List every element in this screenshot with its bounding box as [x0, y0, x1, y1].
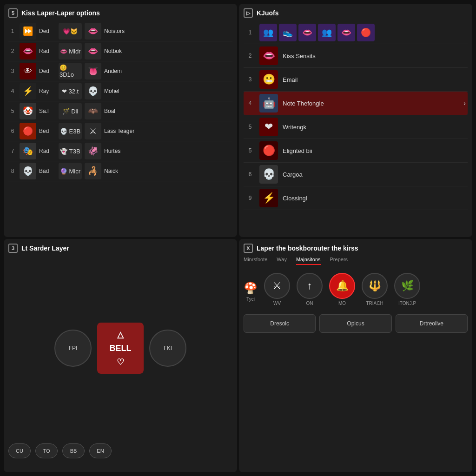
top-icon[interactable]: 👥: [259, 24, 277, 41]
top-icon[interactable]: 👄: [337, 24, 355, 41]
row-preview-icon: 🪄 Dii: [59, 103, 82, 119]
row-label: Ray: [39, 88, 56, 94]
right-list-item[interactable]: 3 😬 Email: [244, 68, 468, 92]
bottom-right-icon: X: [244, 244, 253, 253]
bottom-left-title: Lt Sarder Layer: [21, 245, 69, 252]
top-left-icon: 5: [8, 8, 18, 18]
bl-small-button[interactable]: BB: [62, 443, 85, 458]
top-icon[interactable]: 👥: [318, 24, 336, 41]
bell-button[interactable]: △ BELL ♡: [97, 323, 144, 374]
row-preview-icon: 💗🐱: [59, 23, 82, 40]
row-secondary-icon: 🦑: [85, 143, 101, 159]
row-name-label: Naick: [104, 168, 232, 174]
bl-small-button[interactable]: CU: [8, 443, 31, 458]
br-icon-label: WV: [273, 301, 281, 306]
br-icon-col: 🔱 TRIACH: [362, 273, 388, 306]
list-item[interactable]: 3 👁 Ded 😊 3D1o 👅 Andem: [8, 61, 232, 81]
row-label: Ded: [39, 28, 56, 34]
row-name-label: Boal: [104, 108, 232, 114]
br-bottom-button[interactable]: Drtreolive: [396, 314, 468, 333]
row-number: 8: [8, 168, 17, 174]
chevron-right-icon: ›: [463, 99, 466, 107]
br-bottom-button[interactable]: Opicus: [319, 314, 391, 333]
bl-small-button[interactable]: EN: [89, 443, 112, 458]
right-row-label: Note Thefongle: [283, 100, 459, 107]
right-row-number: 3: [245, 76, 255, 83]
br-icon-button[interactable]: ↑: [297, 273, 323, 299]
right-list-item[interactable]: 1 👥👟👄👥👄🔴: [244, 21, 468, 44]
row-label: Bed: [39, 128, 56, 134]
right-row-icon: 💀: [259, 165, 278, 184]
br-tab[interactable]: Way: [277, 257, 287, 265]
right-list-item[interactable]: 6 💀 Cargoa: [244, 163, 468, 186]
right-row-number: 6: [245, 171, 255, 178]
right-row-label: Cargoa: [283, 171, 466, 178]
br-tab[interactable]: Majnsitons: [296, 257, 321, 265]
top-icon[interactable]: 🔴: [357, 24, 375, 41]
bl-main-area: FPI △ BELL ♡ ΓΚΙ: [8, 257, 232, 440]
list-item[interactable]: 6 🔴 Bed 💀 E3B ⚔ Lass Teager: [8, 121, 232, 141]
top-left-list: 1 ⏩ Ded 💗🐱 👄 Noistors 2 👄 Rad 👄 Mldr 👄 N…: [8, 21, 232, 181]
row-number: 7: [8, 148, 17, 154]
row-avatar-icon: 💀: [20, 163, 36, 179]
row-number: 1: [8, 28, 17, 34]
list-item[interactable]: 2 👄 Rad 👄 Mldr 👄 Notbok: [8, 41, 232, 61]
right-row-icon: ⚡: [259, 189, 278, 207]
right-list-item[interactable]: 9 ⚡ Clossingl: [244, 186, 468, 210]
row-preview-icon: 😊 3D1o: [59, 63, 82, 79]
row-preview-icon: 👻 T3B: [59, 143, 82, 159]
bell-label: BELL: [110, 344, 132, 353]
bell-bottom-icon: ♡: [117, 357, 124, 367]
row-avatar-icon: 🤡: [20, 103, 36, 119]
bottom-left-icon: 3: [8, 244, 18, 253]
br-tab[interactable]: Prepers: [330, 257, 348, 265]
right-list-item[interactable]: 5 ❤ Writengk: [244, 115, 468, 139]
row-secondary-icon: 👅: [85, 63, 101, 79]
right-row-icon: 😬: [259, 70, 278, 89]
gki-button[interactable]: ΓΚΙ: [149, 330, 186, 367]
bl-small-button[interactable]: TO: [35, 443, 58, 458]
br-tab[interactable]: Minrsfoote: [244, 257, 267, 265]
right-list-item[interactable]: 2 👄 Kiss Sensits: [244, 44, 468, 68]
top-right-list: 1 👥👟👄👥👄🔴 2 👄 Kiss Sensits 3 😬 Email 4 🤖 …: [244, 21, 468, 210]
row-preview-icon: ❤ 32.t: [59, 83, 82, 99]
list-item[interactable]: 7 🎭 Rad 👻 T3B 🦑 Hurtes: [8, 141, 232, 161]
list-item[interactable]: 4 ⚡ Ray ❤ 32.t 💀 Mohel: [8, 81, 232, 101]
row-secondary-icon: 💀: [85, 83, 101, 99]
top-icon[interactable]: 👄: [298, 24, 316, 41]
right-row-icon: 👄: [259, 46, 278, 65]
top-icon[interactable]: 👟: [279, 24, 297, 41]
right-row-icon: ❤: [259, 118, 278, 136]
top-left-header: 5 Kiss Laper-Laper options: [8, 8, 232, 18]
row-avatar-icon: 🔴: [20, 123, 36, 139]
right-list-item[interactable]: 5 🔴 Elignted bii: [244, 139, 468, 163]
right-row-number: 5: [245, 124, 255, 130]
row-number: 6: [8, 128, 17, 134]
list-item[interactable]: 1 ⏩ Ded 💗🐱 👄 Noistors: [8, 21, 232, 41]
br-icon-button[interactable]: ⚔: [264, 273, 290, 299]
right-row-label: Kiss Sensits: [283, 53, 466, 60]
row-preview-icon: 👄 Mldr: [59, 43, 82, 60]
right-list-item[interactable]: 4 🤖 Note Thefongle ›: [244, 92, 468, 115]
list-item[interactable]: 8 💀 Bad 🔮 Micr 🦂 Naick: [8, 161, 232, 181]
row-avatar-icon: ⏩: [20, 23, 36, 40]
row-label: Bad: [39, 168, 56, 174]
row-label: Ded: [39, 68, 56, 74]
fpi-button[interactable]: FPI: [54, 330, 92, 367]
right-row-icon: 🔴: [259, 141, 278, 160]
bottom-left-panel: 3 Lt Sarder Layer FPI △ BELL ♡ ΓΚΙ CUTOB…: [4, 239, 237, 472]
br-icon-label: ON: [306, 301, 313, 306]
br-icon-button[interactable]: 🔔: [329, 273, 355, 299]
br-icons-row: ⚔ WV ↑ ON 🔔 MO 🔱 TRIACH 🌿 ITONJ.P: [264, 273, 420, 306]
row-number: 5: [8, 108, 17, 114]
br-icon-col: 🌿 ITONJ.P: [394, 273, 420, 306]
top-right-panel: ▷ KJuofs 1 👥👟👄👥👄🔴 2 👄 Kiss Sensits 3 😬 E…: [239, 4, 472, 237]
list-item[interactable]: 5 🤡 Sa.l 🪄 Dii 🦇 Boal: [8, 101, 232, 121]
br-icon-button[interactable]: 🌿: [394, 273, 420, 299]
top-right-title: KJuofs: [257, 9, 278, 17]
br-icon-button[interactable]: 🔱: [362, 273, 388, 299]
br-bottom-button[interactable]: Dresolc: [244, 314, 316, 333]
side-label: Tyci: [246, 297, 255, 302]
right-row-number: 2: [245, 53, 255, 59]
top-left-panel: 5 Kiss Laper-Laper options 1 ⏩ Ded 💗🐱 👄 …: [4, 4, 237, 237]
